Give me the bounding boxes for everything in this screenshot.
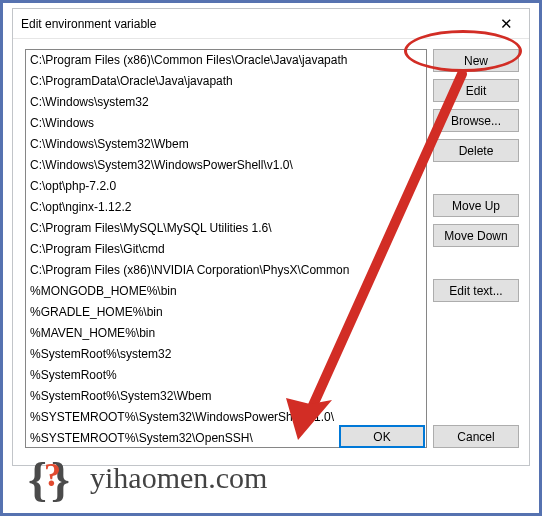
list-item[interactable]: C:\Program Files (x86)\Common Files\Orac… (26, 50, 426, 71)
list-item[interactable]: %GRADLE_HOME%\bin (26, 302, 426, 323)
edittext-button[interactable]: Edit text... (433, 279, 519, 302)
close-button[interactable]: ✕ (483, 9, 529, 39)
new-button-label: New (464, 54, 488, 68)
list-item[interactable]: C:\opt\php-7.2.0 (26, 176, 426, 197)
list-item[interactable]: %SystemRoot%\system32 (26, 344, 426, 365)
browse-button-label: Browse... (451, 114, 501, 128)
dialog-window: Edit environment variable ✕ C:\Program F… (12, 8, 530, 466)
watermark: { } ? yihaomen.com (28, 452, 267, 504)
list-item[interactable]: %MONGODB_HOME%\bin (26, 281, 426, 302)
list-item[interactable]: C:\Windows\System32\Wbem (26, 134, 426, 155)
edit-button-label: Edit (466, 84, 487, 98)
close-icon: ✕ (500, 15, 513, 33)
list-item[interactable]: %SystemRoot% (26, 365, 426, 386)
list-item[interactable]: C:\Windows\System32\WindowsPowerShell\v1… (26, 155, 426, 176)
list-item[interactable]: %SystemRoot%\System32\Wbem (26, 386, 426, 407)
watermark-logo: { } ? (28, 452, 80, 504)
watermark-text: yihaomen.com (90, 461, 267, 495)
browse-button[interactable]: Browse... (433, 109, 519, 132)
ok-button-label: OK (373, 430, 390, 444)
list-item[interactable]: C:\Program Files (x86)\NVIDIA Corporatio… (26, 260, 426, 281)
window-title: Edit environment variable (13, 17, 156, 31)
edit-button[interactable]: Edit (433, 79, 519, 102)
new-button[interactable]: New (433, 49, 519, 72)
ok-button[interactable]: OK (339, 425, 425, 448)
delete-button[interactable]: Delete (433, 139, 519, 162)
edittext-button-label: Edit text... (449, 284, 502, 298)
cancel-button[interactable]: Cancel (433, 425, 519, 448)
content-area: C:\Program Files (x86)\Common Files\Orac… (23, 49, 519, 455)
list-item[interactable]: %MAVEN_HOME%\bin (26, 323, 426, 344)
list-item[interactable]: C:\Program Files\Git\cmd (26, 239, 426, 260)
side-buttons: New Edit Browse... Delete Move Up Move D… (433, 49, 519, 309)
movedown-button[interactable]: Move Down (433, 224, 519, 247)
titlebar: Edit environment variable ✕ (13, 9, 529, 39)
list-item[interactable]: C:\Windows (26, 113, 426, 134)
path-listbox[interactable]: C:\Program Files (x86)\Common Files\Orac… (25, 49, 427, 448)
list-item[interactable]: C:\Program Files\MySQL\MySQL Utilities 1… (26, 218, 426, 239)
bottom-buttons: OK Cancel (339, 425, 519, 455)
delete-button-label: Delete (459, 144, 494, 158)
question-mark-icon: ? (44, 456, 61, 494)
cancel-button-label: Cancel (457, 430, 494, 444)
movedown-button-label: Move Down (444, 229, 507, 243)
list-item[interactable]: C:\Windows\system32 (26, 92, 426, 113)
list-item[interactable]: C:\ProgramData\Oracle\Java\javapath (26, 71, 426, 92)
list-item[interactable]: C:\opt\nginx-1.12.2 (26, 197, 426, 218)
moveup-button[interactable]: Move Up (433, 194, 519, 217)
moveup-button-label: Move Up (452, 199, 500, 213)
